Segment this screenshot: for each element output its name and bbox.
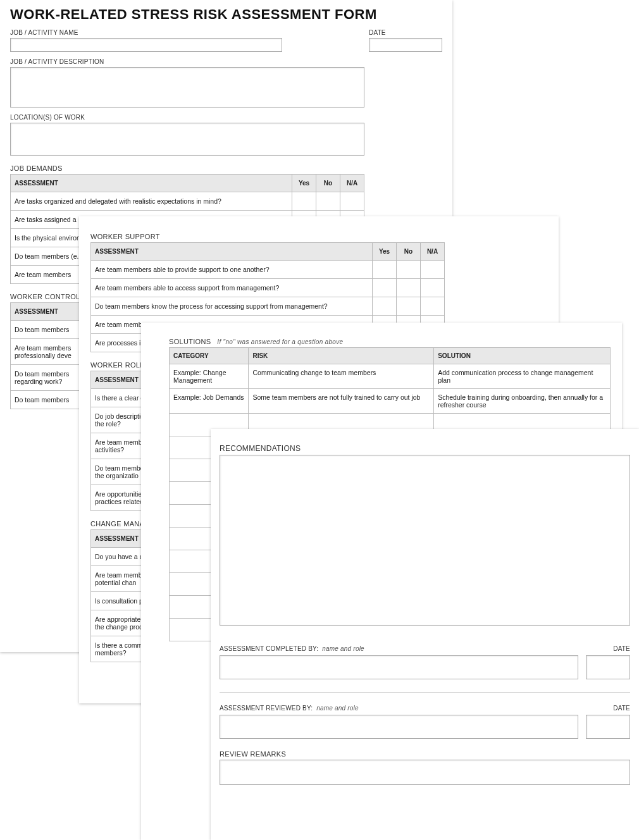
question-cell: Do team members know the process for acc… bbox=[91, 297, 373, 316]
answer-cell[interactable] bbox=[373, 279, 397, 297]
table-row: Are tasks organized and delegated with r… bbox=[11, 192, 364, 211]
col-no: No bbox=[397, 243, 421, 261]
completed-by-label: ASSESSMENT COMPLETED BY: name and role bbox=[220, 645, 364, 652]
section-solutions-title: SOLUTIONS If "no" was answered for a que… bbox=[169, 338, 611, 345]
col-yes: Yes bbox=[292, 175, 316, 192]
answer-cell[interactable] bbox=[373, 297, 397, 316]
question-cell: Are team members able to access support … bbox=[91, 279, 373, 297]
solution-cell: Some team members are not fully trained … bbox=[249, 389, 434, 414]
sol-col-risk: RISK bbox=[249, 348, 434, 364]
reviewed-by-label: ASSESSMENT REVIEWED BY: name and role bbox=[220, 705, 359, 712]
col-assessment: ASSESSMENT bbox=[11, 175, 292, 192]
table-row: Example: Job DemandsSome team members ar… bbox=[170, 389, 611, 414]
answer-cell[interactable] bbox=[421, 261, 445, 279]
job-name-label: JOB / ACTIVITY NAME bbox=[10, 29, 359, 36]
answer-cell[interactable] bbox=[421, 297, 445, 316]
recommendations-title: RECOMMENDATIONS bbox=[220, 444, 630, 453]
solution-cell: Communicating change to team members bbox=[249, 364, 434, 389]
reviewed-date-label: DATE bbox=[613, 705, 630, 712]
question-cell: Do team members regarding work? bbox=[11, 365, 86, 391]
table-row: Are team members able to access support … bbox=[91, 279, 445, 297]
solutions-note: If "no" was answered for a question abov… bbox=[217, 338, 343, 345]
col-assessment: ASSESSMENT bbox=[91, 243, 373, 261]
table-row: Example: Change ManagementCommunicating … bbox=[170, 364, 611, 389]
answer-cell[interactable] bbox=[373, 261, 397, 279]
review-remarks-input[interactable] bbox=[220, 760, 630, 785]
recommendations-input[interactable] bbox=[220, 455, 630, 626]
table-row: Are team members professionally deve bbox=[11, 339, 86, 365]
question-cell: Do team members bbox=[11, 321, 86, 339]
date-input[interactable] bbox=[369, 38, 442, 52]
col-na: N/A bbox=[421, 243, 445, 261]
desc-label: JOB / ACTIVITY DESCRIPTION bbox=[10, 58, 442, 65]
col-no: No bbox=[316, 175, 340, 192]
page-4: RECOMMENDATIONS ASSESSMENT COMPLETED BY:… bbox=[211, 429, 639, 840]
answer-cell[interactable] bbox=[397, 279, 421, 297]
col-yes: Yes bbox=[373, 243, 397, 261]
solution-cell: Example: Job Demands bbox=[170, 389, 249, 414]
col-assessment: ASSESSMENT bbox=[11, 303, 86, 321]
solution-cell: Add communication process to change mana… bbox=[434, 364, 611, 389]
desc-input[interactable] bbox=[10, 67, 364, 108]
reviewed-date-input[interactable] bbox=[586, 715, 630, 739]
date-label: DATE bbox=[369, 29, 442, 36]
question-cell: Do team members bbox=[11, 391, 86, 409]
col-na: N/A bbox=[340, 175, 364, 192]
solutions-title-text: SOLUTIONS bbox=[169, 338, 211, 345]
table-row: Do team members regarding work? bbox=[11, 365, 86, 391]
worker-control-table: ASSESSMENT Do team membersAre team membe… bbox=[10, 302, 86, 409]
section-worker-support-title: WORKER SUPPORT bbox=[90, 233, 547, 240]
worker-control-body: Do team membersAre team members professi… bbox=[11, 321, 86, 409]
page-title: WORK-RELATED STRESS RISK ASSESSMENT FORM bbox=[10, 6, 442, 23]
question-cell: Are tasks organized and delegated with r… bbox=[11, 192, 292, 211]
answer-cell[interactable] bbox=[316, 192, 340, 211]
table-row: Do team members bbox=[11, 391, 86, 409]
answer-cell[interactable] bbox=[421, 279, 445, 297]
question-cell: Are team members professionally deve bbox=[11, 339, 86, 365]
reviewed-by-input[interactable] bbox=[220, 715, 578, 739]
job-name-input[interactable] bbox=[10, 38, 282, 52]
answer-cell[interactable] bbox=[397, 297, 421, 316]
completed-by-input[interactable] bbox=[220, 655, 578, 679]
completed-date-input[interactable] bbox=[586, 655, 630, 679]
solution-cell: Example: Change Management bbox=[170, 364, 249, 389]
answer-cell[interactable] bbox=[340, 192, 364, 211]
completed-date-label: DATE bbox=[613, 645, 630, 652]
section-job-demands-title: JOB DEMANDS bbox=[10, 164, 442, 172]
loc-label: LOCATION(S) OF WORK bbox=[10, 114, 442, 121]
divider bbox=[220, 692, 630, 693]
solution-cell: Schedule training during onboarding, the… bbox=[434, 389, 611, 414]
answer-cell[interactable] bbox=[397, 261, 421, 279]
table-row: Do team members bbox=[11, 321, 86, 339]
table-row: Are team members able to provide support… bbox=[91, 261, 445, 279]
loc-input[interactable] bbox=[10, 123, 364, 156]
sol-col-category: CATEGORY bbox=[170, 348, 249, 364]
sol-col-solution: SOLUTION bbox=[434, 348, 611, 364]
question-cell: Are team members able to provide support… bbox=[91, 261, 373, 279]
answer-cell[interactable] bbox=[292, 192, 316, 211]
table-row: Do team members know the process for acc… bbox=[91, 297, 445, 316]
review-remarks-title: REVIEW REMARKS bbox=[220, 750, 630, 758]
